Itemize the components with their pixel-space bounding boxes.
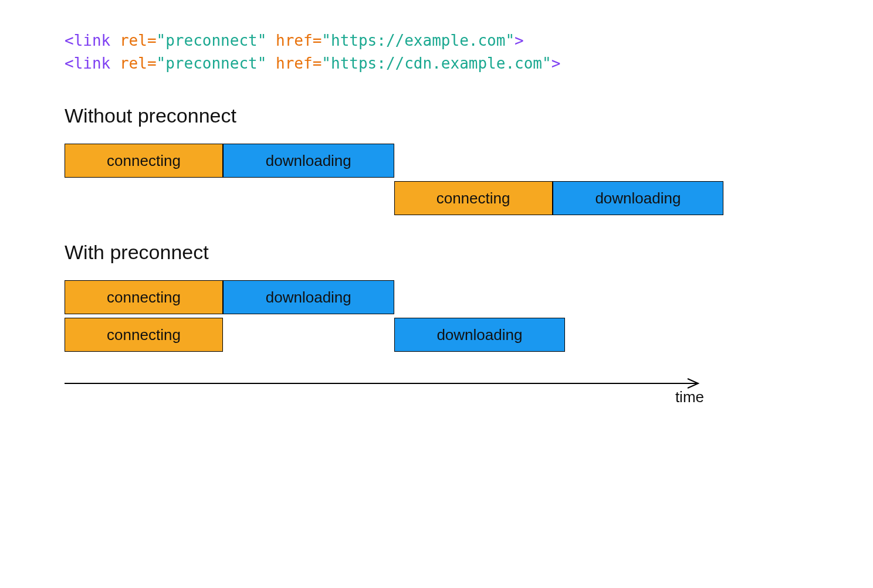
- connecting-segment: connecting: [65, 280, 223, 314]
- code-snippet: <link rel="preconnect" href="https://exa…: [65, 29, 808, 75]
- val-rel: "preconnect": [157, 55, 276, 72]
- attr-href: href=: [276, 55, 322, 72]
- tag-close: >: [551, 55, 561, 72]
- attr-rel: rel=: [120, 55, 157, 72]
- gap-segment: [223, 318, 394, 352]
- downloading-segment: downloading: [223, 280, 394, 314]
- downloading-segment: downloading: [394, 318, 566, 352]
- tag-open: <link: [65, 55, 120, 72]
- attr-rel: rel=: [120, 32, 157, 49]
- gap-segment: [65, 181, 394, 215]
- timeline-row: connectingdownloading: [65, 144, 698, 178]
- tag-close: >: [515, 32, 524, 49]
- time-axis: time: [65, 378, 704, 389]
- val-href: "https://cdn.example.com": [322, 55, 551, 72]
- section-without-preconnect: Without preconnect connectingdownloading…: [65, 104, 808, 215]
- gap-segment: [565, 318, 698, 352]
- val-href: "https://example.com": [322, 32, 515, 49]
- timeline-with: connectingdownloadingconnectingdownloadi…: [65, 280, 698, 352]
- section-with-preconnect: With preconnect connectingdownloadingcon…: [65, 241, 808, 352]
- attr-href: href=: [276, 32, 322, 49]
- section-title-without: Without preconnect: [65, 104, 808, 127]
- axis-label: time: [675, 388, 704, 406]
- code-line-1: <link rel="preconnect" href="https://exa…: [65, 29, 808, 52]
- downloading-segment: downloading: [223, 144, 394, 178]
- timeline-without: connectingdownloadingconnectingdownloadi…: [65, 144, 698, 215]
- timeline-row: connectingdownloading: [65, 318, 698, 352]
- arrow-right-icon: [65, 378, 704, 389]
- tag-open: <link: [65, 32, 120, 49]
- timeline-row: connectingdownloading: [65, 280, 698, 314]
- connecting-segment: connecting: [65, 144, 223, 178]
- section-title-with: With preconnect: [65, 241, 808, 264]
- downloading-segment: downloading: [553, 181, 724, 215]
- connecting-segment: connecting: [394, 181, 553, 215]
- code-line-2: <link rel="preconnect" href="https://cdn…: [65, 52, 808, 75]
- connecting-segment: connecting: [65, 318, 223, 352]
- timeline-row: connectingdownloading: [65, 181, 698, 215]
- gap-segment: [394, 280, 698, 314]
- gap-segment: [394, 144, 698, 178]
- val-rel: "preconnect": [157, 32, 276, 49]
